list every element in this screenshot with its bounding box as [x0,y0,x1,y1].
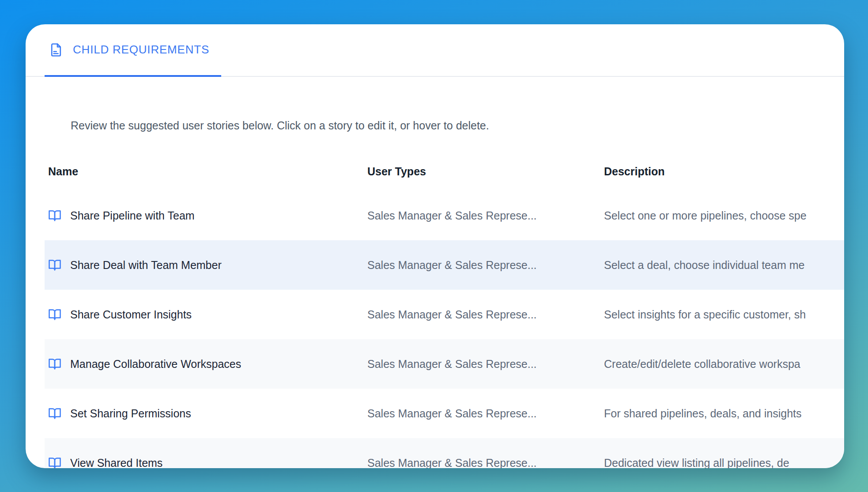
document-icon [48,42,64,58]
table-row[interactable]: View Shared Items Sales Manager & Sales … [45,438,844,468]
story-name: Share Customer Insights [70,308,192,321]
story-name: Manage Collaborative Workspaces [70,358,241,371]
book-open-icon [48,407,61,420]
story-description: Select insights for a specific customer,… [600,308,844,321]
story-user-types: Sales Manager & Sales Represe... [364,407,600,420]
table-row[interactable]: Share Deal with Team Member Sales Manage… [45,240,844,290]
story-user-types: Sales Manager & Sales Represe... [364,358,600,371]
story-name-cell: Share Deal with Team Member [45,258,364,272]
user-stories-table: Name User Types Description Share Pipeli… [45,164,844,468]
column-header-name: Name [45,164,364,178]
story-name: Share Deal with Team Member [70,259,222,272]
tab-bar: CHILD REQUIREMENTS [26,24,844,77]
story-name: Set Sharing Permissions [70,407,191,420]
story-name-cell: Set Sharing Permissions [45,407,364,420]
story-description: For shared pipelines, deals, and insight… [600,407,844,420]
table-header-row: Name User Types Description [45,164,844,178]
tab-child-requirements[interactable]: CHILD REQUIREMENTS [45,24,221,77]
story-user-types: Sales Manager & Sales Represe... [364,457,600,469]
column-header-user-types: User Types [364,164,600,178]
story-name-cell: Share Pipeline with Team [45,209,364,222]
book-open-icon [48,258,61,272]
intro-text: Review the suggested user stories below.… [71,118,844,132]
table-body: Share Pipeline with Team Sales Manager &… [45,191,844,468]
story-user-types: Sales Manager & Sales Represe... [364,308,600,321]
story-name-cell: View Shared Items [45,456,364,468]
book-open-icon [48,456,61,468]
book-open-icon [48,308,61,321]
story-name: View Shared Items [70,457,162,469]
table-row[interactable]: Set Sharing Permissions Sales Manager & … [45,389,844,438]
table-row[interactable]: Share Customer Insights Sales Manager & … [45,290,844,339]
book-open-icon [48,357,61,371]
story-description: Select one or more pipelines, choose spe [600,209,844,222]
tab-label: CHILD REQUIREMENTS [73,43,209,57]
story-name-cell: Share Customer Insights [45,308,364,321]
child-requirements-card: CHILD REQUIREMENTS Review the suggested … [26,24,844,468]
story-description: Select a deal, choose individual team me [600,259,844,272]
column-header-description: Description [600,164,844,178]
story-name-cell: Manage Collaborative Workspaces [45,357,364,371]
story-user-types: Sales Manager & Sales Represe... [364,259,600,272]
story-description: Create/edit/delete collaborative workspa [600,358,844,371]
table-row[interactable]: Share Pipeline with Team Sales Manager &… [45,191,844,240]
story-user-types: Sales Manager & Sales Represe... [364,209,600,222]
table-row[interactable]: Manage Collaborative Workspaces Sales Ma… [45,339,844,389]
story-name: Share Pipeline with Team [70,209,195,222]
story-description: Dedicated view listing all pipelines, de [600,457,844,469]
book-open-icon [48,209,61,222]
